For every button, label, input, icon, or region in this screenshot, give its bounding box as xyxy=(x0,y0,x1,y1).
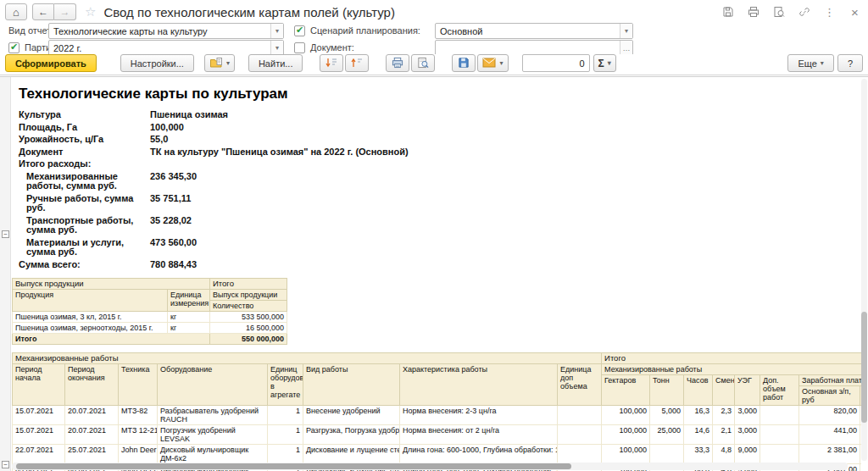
cell: 25.07.2021 xyxy=(65,445,119,464)
more-dots-icon[interactable]: ⋮ xyxy=(823,6,836,19)
cell: 820,00 xyxy=(799,406,860,425)
cell: кг xyxy=(168,312,210,323)
column-header: Выпуск продукции xyxy=(210,290,287,301)
close-icon[interactable]: × xyxy=(849,6,861,19)
preview-icon xyxy=(416,57,430,70)
print-icon[interactable] xyxy=(747,6,760,19)
email-button[interactable]: ▾ xyxy=(477,54,508,72)
scenario-checkbox[interactable]: ✔ xyxy=(294,25,305,36)
preview-icon[interactable] xyxy=(772,6,785,19)
email-icon xyxy=(482,57,496,70)
more-button[interactable]: Еще ▾ xyxy=(787,54,833,72)
cell: 4,8 xyxy=(713,445,735,464)
save-icon xyxy=(457,57,470,70)
print-icon xyxy=(391,57,404,70)
cell: 2,1 xyxy=(713,425,735,445)
chevron-down-icon[interactable]: ▾ xyxy=(270,24,283,38)
horizontal-scrollbar[interactable] xyxy=(12,463,848,470)
table-row: Пшеница озимая, зерноотходы, 2015 г.кг16… xyxy=(13,323,287,334)
back-icon: ← xyxy=(38,6,48,18)
report-area: − − Технологические карты по культурам К… xyxy=(0,76,868,471)
cell: 15.07.2021 xyxy=(13,406,65,425)
autosum-button[interactable]: Σ ▾ xyxy=(593,54,616,72)
info-label: Итого расходы: xyxy=(19,159,146,169)
autosum-value-field[interactable] xyxy=(522,54,590,72)
favorite-star-icon[interactable]: ☆ xyxy=(85,4,96,19)
column-header: Смен xyxy=(713,375,735,406)
expand-groups-button[interactable] xyxy=(320,54,343,72)
cell: 20.07.2021 xyxy=(65,425,119,445)
cell: John Deer xyxy=(119,445,158,464)
info-label: Ручные работы, сумма руб. xyxy=(19,194,146,213)
report-variants-button[interactable]: ▾ xyxy=(204,54,235,72)
column-header: Продукция xyxy=(13,290,168,312)
scrollbar-thumb[interactable] xyxy=(16,463,571,469)
collapse-groups-button[interactable] xyxy=(345,54,369,72)
mech-table: Механизированные работы Итого Период нач… xyxy=(12,352,861,471)
cell: 1 xyxy=(268,425,303,445)
cell xyxy=(650,445,684,464)
mech-totals-title: Итого xyxy=(602,353,861,364)
scenario-select[interactable]: Основной ▾ xyxy=(435,23,633,39)
column-header: Период окончания xyxy=(65,364,119,406)
cell: 3,000 xyxy=(735,406,760,425)
report-content: Технологические карты по культурам Культ… xyxy=(12,77,861,471)
cell: Разгрузка, Погрузка удобрений xyxy=(303,425,400,445)
filter-panel: Вид отчета: Технологические карты на кул… xyxy=(0,22,868,54)
help-button[interactable]: ? xyxy=(837,54,863,72)
cell xyxy=(558,445,602,464)
info-row: Площадь, Га100,000 xyxy=(19,123,861,133)
back-button[interactable]: ← xyxy=(32,3,54,20)
cell: 14,6 xyxy=(684,425,713,445)
find-button[interactable]: Найти... xyxy=(248,54,303,72)
save-icon[interactable] xyxy=(721,6,734,19)
output-total-row: Итого 550 000,000 xyxy=(13,334,287,345)
generate-button[interactable]: Сформировать xyxy=(5,54,97,72)
cell: 5,000 xyxy=(650,406,684,425)
app-window: ⌂ ← → ☆ Свод по технологическим картам п… xyxy=(0,0,868,471)
table-row: 15.07.202120.07.2021МТЗ 12-21Погрузчик у… xyxy=(13,425,862,445)
choose-icon[interactable]: … xyxy=(620,41,632,55)
scenario-label: Сценарий планирования: xyxy=(310,25,420,36)
info-value: ТК на культуру "Пшеница озимая" на 2022 … xyxy=(146,147,409,158)
print-button[interactable] xyxy=(386,54,409,72)
forward-button[interactable]: → xyxy=(54,3,76,20)
party-checkbox[interactable]: ✔ xyxy=(8,42,19,53)
report-type-select[interactable]: Технологические карты на культуру ▾ xyxy=(48,23,284,39)
info-row: ДокументТК на культуру "Пшеница озимая" … xyxy=(19,147,861,158)
chevron-down-icon[interactable]: ▾ xyxy=(620,24,632,38)
save-button[interactable] xyxy=(452,54,476,72)
info-label: Урожайность, ц/Га xyxy=(19,135,146,145)
chevron-down-icon[interactable]: ▾ xyxy=(270,41,283,55)
cell: Внесение удобрений xyxy=(303,406,400,425)
collapse-groups-icon xyxy=(350,57,364,70)
preview-button[interactable] xyxy=(411,54,435,72)
cell: МТЗ 12-21 xyxy=(119,425,158,445)
expand-groups-icon xyxy=(325,57,338,70)
home-button[interactable]: ⌂ xyxy=(5,3,27,20)
group-collapse-marker[interactable]: − xyxy=(2,230,9,238)
link-icon[interactable] xyxy=(798,6,810,19)
info-label: Транспортные работы, сумма руб. xyxy=(19,216,146,236)
report-variants-icon xyxy=(209,57,223,70)
report-title: Технологические карты по культурам xyxy=(19,86,861,103)
column-header: Количество xyxy=(210,301,287,312)
scrollbar-thumb[interactable] xyxy=(861,312,867,423)
cell xyxy=(860,464,861,471)
cell: 16 500,000 xyxy=(210,323,287,334)
vertical-scrollbar[interactable] xyxy=(861,79,867,461)
column-header-salary: Заработная плата xyxy=(799,375,861,386)
document-label: Документ: xyxy=(310,42,354,53)
document-checkbox[interactable] xyxy=(294,42,305,53)
info-row: Материалы и услуги, сумма руб.473 560,00 xyxy=(19,238,861,258)
mech-band-title: Механизированные работы xyxy=(13,353,602,364)
info-row: Итого расходы: xyxy=(19,159,861,169)
cell: 9,000 xyxy=(735,445,760,464)
info-label: Площадь, Га xyxy=(19,123,146,133)
settings-button[interactable]: Настройки... xyxy=(120,54,194,72)
group-collapse-marker[interactable]: − xyxy=(2,461,9,468)
cell: 33,3 xyxy=(684,445,713,464)
column-header: Доп. объем работ xyxy=(760,375,799,406)
forward-icon: → xyxy=(60,6,70,18)
column-header: Период начала xyxy=(13,364,65,406)
